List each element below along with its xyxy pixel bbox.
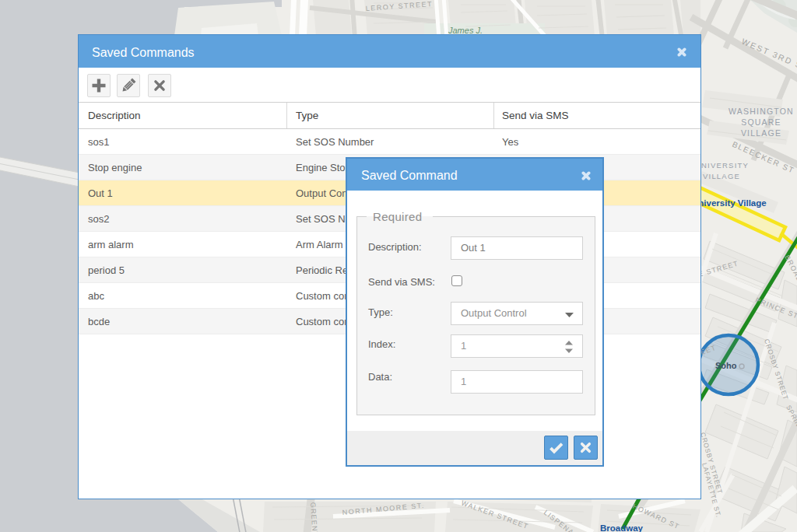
svg-text:Soho: Soho [715, 361, 737, 370]
svg-text:SQUARE: SQUARE [741, 117, 781, 127]
svg-text:VILLAGE: VILLAGE [703, 172, 740, 180]
svg-text:University Village: University Village [692, 198, 767, 208]
svg-text:Broadway: Broadway [600, 523, 644, 532]
svg-text:UNIVERSITY: UNIVERSITY [695, 161, 749, 170]
svg-text:WASHINGTON: WASHINGTON [729, 107, 794, 116]
svg-text:VILLAGE: VILLAGE [741, 128, 781, 138]
